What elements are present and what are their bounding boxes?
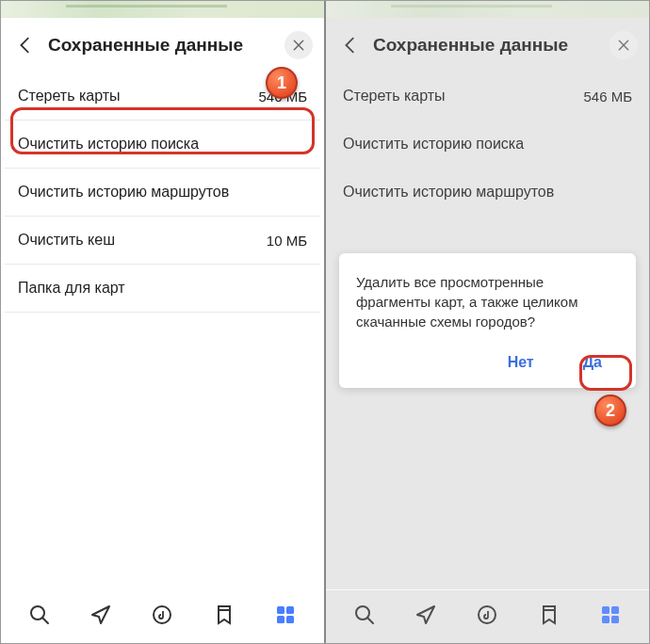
arrow-left-icon: [15, 35, 36, 56]
screen-right: Сохраненные данные Стереть карты 546 МБ …: [326, 1, 649, 643]
svg-point-7: [479, 606, 496, 623]
svg-rect-11: [611, 616, 619, 623]
nav-navigate[interactable]: [86, 600, 116, 630]
nav-music[interactable]: [472, 600, 502, 630]
item-label: Стереть карты: [343, 88, 446, 105]
item-label: Очистить историю поиска: [18, 136, 199, 153]
nav-search[interactable]: [24, 600, 55, 630]
item-label: Стереть карты: [18, 88, 121, 105]
back-button[interactable]: [337, 32, 364, 58]
svg-rect-4: [277, 616, 284, 623]
confirm-dialog: Удалить все просмотренные фрагменты карт…: [339, 253, 636, 388]
item-label: Очистить кеш: [18, 232, 115, 249]
page-title: Сохраненные данные: [373, 35, 600, 56]
item-erase-maps[interactable]: Стереть карты 546 МБ: [330, 72, 645, 121]
settings-list: Стереть карты 546 МБ Очистить историю по…: [1, 72, 324, 589]
svg-rect-9: [611, 606, 619, 614]
music-icon: [151, 604, 173, 626]
item-clear-cache[interactable]: Очистить кеш 10 МБ: [5, 217, 320, 265]
search-icon: [28, 604, 51, 626]
page-title: Сохраненные данные: [48, 35, 275, 56]
close-button[interactable]: [284, 31, 313, 59]
item-clear-search-history[interactable]: Очистить историю поиска: [330, 121, 645, 169]
screen-left: Сохраненные данные Стереть карты 546 МБ …: [1, 1, 326, 643]
item-clear-route-history[interactable]: Очистить историю маршрутов: [5, 169, 320, 217]
item-value: 546 МБ: [583, 89, 632, 105]
svg-rect-5: [286, 616, 294, 623]
item-clear-route-history[interactable]: Очистить историю маршрутов: [330, 169, 645, 217]
item-label: Очистить историю поиска: [343, 136, 524, 153]
svg-rect-10: [602, 616, 609, 623]
svg-rect-8: [602, 606, 609, 614]
bookmark-icon: [213, 604, 236, 626]
nav-search[interactable]: [349, 600, 380, 630]
nav-bookmarks[interactable]: [534, 600, 564, 630]
close-button[interactable]: [609, 31, 638, 59]
dialog-yes-button[interactable]: Да: [570, 346, 615, 378]
item-value: 10 МБ: [267, 233, 307, 249]
music-icon: [476, 604, 498, 626]
nav-navigate[interactable]: [411, 600, 441, 630]
arrow-left-icon: [340, 35, 361, 56]
bookmark-icon: [538, 604, 561, 626]
map-background-peek: [326, 1, 649, 18]
dialog-message: Удалить все просмотренные фрагменты карт…: [356, 272, 619, 331]
bottom-nav: [1, 589, 324, 643]
close-icon: [617, 39, 630, 52]
nav-bookmarks[interactable]: [209, 600, 239, 630]
svg-point-1: [154, 606, 171, 623]
nav-music[interactable]: [147, 600, 177, 630]
item-label: Очистить историю маршрутов: [18, 184, 229, 201]
svg-rect-3: [286, 606, 294, 614]
header: Сохраненные данные: [1, 18, 324, 72]
dialog-no-button[interactable]: Нет: [495, 346, 547, 378]
item-label: Очистить историю маршрутов: [343, 184, 554, 201]
nav-menu[interactable]: [270, 600, 301, 630]
svg-rect-2: [277, 606, 284, 614]
item-value: 546 МБ: [258, 89, 307, 105]
nav-menu[interactable]: [595, 600, 626, 630]
search-icon: [353, 604, 376, 626]
item-maps-folder[interactable]: Папка для карт: [5, 265, 320, 313]
grid-icon: [274, 604, 297, 626]
map-background-peek: [1, 1, 324, 18]
header: Сохраненные данные: [326, 18, 649, 72]
bottom-nav: [326, 589, 649, 643]
navigate-icon: [89, 604, 112, 626]
item-clear-search-history[interactable]: Очистить историю поиска: [5, 121, 320, 169]
navigate-icon: [414, 604, 437, 626]
dialog-actions: Нет Да: [356, 346, 619, 378]
grid-icon: [599, 604, 622, 626]
item-label: Папка для карт: [18, 280, 125, 297]
close-icon: [292, 39, 305, 52]
item-erase-maps[interactable]: Стереть карты 546 МБ: [5, 72, 320, 121]
back-button[interactable]: [12, 32, 39, 58]
